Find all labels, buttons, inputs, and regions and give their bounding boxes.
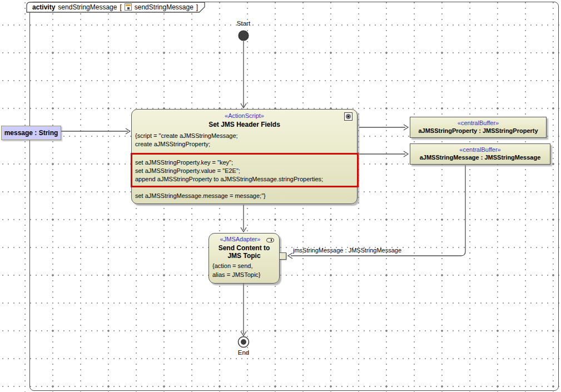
script-line-highlighted: set aJMSStringProperty.value = "E2E"; bbox=[135, 167, 240, 174]
object-flow-label: jmsStringMessage : JMSStringMessage bbox=[293, 247, 401, 254]
buffer-message-name: aJMSStringMessage : JMSStringMessage bbox=[410, 154, 550, 161]
behavior-icon bbox=[344, 112, 353, 121]
action-set-jms-header-fields[interactable]: «ActionScript» Set JMS Header Fields {sc… bbox=[131, 109, 358, 204]
adapter-tag-line1: {action = send, bbox=[212, 262, 252, 269]
adapter-capsule-icon-bar bbox=[271, 239, 272, 241]
adapter-input-pin[interactable] bbox=[279, 252, 286, 260]
script-line: set aJMSStringMessage.message = message;… bbox=[135, 192, 266, 199]
adapter-title-line1: Send Content to bbox=[209, 244, 279, 252]
start-node[interactable] bbox=[239, 31, 249, 41]
script-line: create aJMSStringProperty; bbox=[135, 141, 210, 147]
script-line-highlighted: append aJMSStringProperty to aJMSStringM… bbox=[135, 176, 323, 182]
end-node-label: End bbox=[227, 349, 260, 356]
adapter-title-line2: JMS Topic bbox=[209, 252, 279, 260]
buffer-message-stereotype: «centralBuffer» bbox=[410, 146, 550, 153]
action-stereotype: «ActionScript» bbox=[132, 112, 357, 119]
behavior-icon-glyph bbox=[346, 114, 351, 119]
activity-parameter-label: message : String bbox=[4, 129, 58, 137]
buffer-property-name: aJMSStringProperty : JMSStringProperty bbox=[410, 127, 546, 134]
action-send-content-to-jms-topic[interactable]: «JMSAdapter» Send Content to JMS Topic {… bbox=[208, 233, 280, 284]
adapter-capsule-icon bbox=[266, 238, 274, 242]
action-title: Set JMS Header Fields bbox=[132, 121, 357, 128]
activity-parameter-message[interactable]: message : String bbox=[1, 126, 61, 140]
script-line: {script = "create aJMSStringMessage; bbox=[135, 132, 238, 139]
activity-diagram-canvas: activity sendStringMessage [ sendStringM… bbox=[0, 0, 561, 392]
adapter-tag-line2: alias = JMSTopic} bbox=[212, 271, 261, 278]
buffer-property-stereotype: «centralBuffer» bbox=[410, 120, 546, 126]
start-node-label: Start bbox=[227, 20, 260, 27]
script-line-highlighted: set aJMSStringProperty.key = "key"; bbox=[135, 159, 233, 166]
central-buffer-property[interactable]: «centralBuffer» aJMSStringProperty : JMS… bbox=[410, 117, 547, 138]
end-node-inner-dot bbox=[241, 339, 246, 345]
central-buffer-message[interactable]: «centralBuffer» aJMSStringMessage : JMSS… bbox=[410, 143, 550, 165]
